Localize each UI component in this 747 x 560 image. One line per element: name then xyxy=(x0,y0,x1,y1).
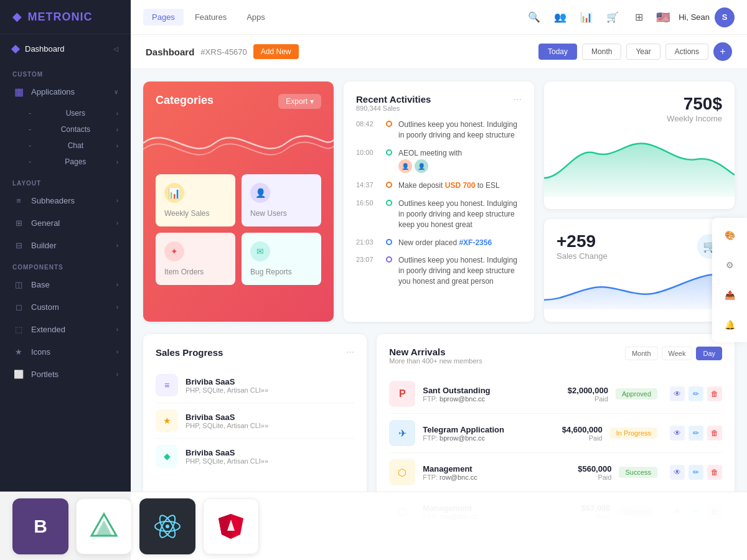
delete-button[interactable]: 🗑 xyxy=(707,426,722,441)
add-new-button[interactable]: Add New xyxy=(253,44,299,59)
sidebar-item-applications[interactable]: ▦ Applications ∨ xyxy=(0,80,131,103)
arrival-amount: $4,600,000 Paid xyxy=(547,425,603,442)
page-title: Dashboard xyxy=(146,47,194,57)
sidebar-item-contacts[interactable]: - Contacts › xyxy=(0,121,131,138)
year-button[interactable]: Year xyxy=(626,44,660,60)
arrow-right-icon: › xyxy=(116,159,118,166)
timeline-dot xyxy=(386,149,392,156)
search-icon[interactable]: 🔍 xyxy=(525,9,543,26)
sidebar-item-custom[interactable]: ◻ Custom › xyxy=(0,296,131,318)
notification-icon[interactable]: 🔔 xyxy=(720,315,740,335)
timeline-dot xyxy=(386,256,392,263)
custom-icon: ◻ xyxy=(12,301,25,313)
delete-button[interactable]: 🗑 xyxy=(707,386,722,401)
arrow-right-icon: › xyxy=(116,220,118,226)
sidebar-item-subheaders[interactable]: ≡ Subheaders › xyxy=(0,189,131,212)
flag-icon[interactable]: 🇺🇸 xyxy=(656,11,670,24)
sidebar-item-label: Pages xyxy=(65,157,86,166)
users-icon[interactable]: 👥 xyxy=(552,9,569,26)
sidebar-item-chat[interactable]: - Chat › xyxy=(0,138,131,154)
export-button[interactable]: Export ▾ xyxy=(278,94,321,109)
angular-icon[interactable] xyxy=(203,498,259,554)
sidebar-item-users[interactable]: - Users › xyxy=(0,105,131,121)
more-options-icon[interactable]: ··· xyxy=(346,347,354,358)
income-chart xyxy=(544,128,735,197)
sidebar-item-label: Base xyxy=(31,280,50,289)
react-icon[interactable] xyxy=(139,498,195,554)
arrivals-tab-day[interactable]: Day xyxy=(696,347,722,360)
nav-tab-apps[interactable]: Apps xyxy=(238,9,274,26)
logo-text: METRONIC xyxy=(27,11,92,23)
mini-card-label: New Users xyxy=(250,209,312,218)
view-button[interactable]: 👁 xyxy=(670,426,685,441)
arrival-amount: $2,000,000 Paid xyxy=(552,386,608,403)
activities-title: Recent Activities xyxy=(356,94,431,105)
edit-button[interactable]: ✏ xyxy=(688,426,703,441)
arrow-right-icon: › xyxy=(116,126,118,133)
logo-icon: ◆ xyxy=(12,11,22,23)
month-button[interactable]: Month xyxy=(582,44,621,60)
arrival-actions: 👁 ✏ 🗑 xyxy=(670,386,722,401)
sidebar-item-dashboard[interactable]: Dashboard ◁ xyxy=(0,34,131,63)
submenu-dash: - xyxy=(29,109,31,118)
arrivals-tabs: Month Week Day xyxy=(625,347,722,360)
sidebar-item-pages[interactable]: - Pages › xyxy=(0,154,131,170)
view-button[interactable]: 👁 xyxy=(670,465,685,480)
sidebar-item-icons[interactable]: ★ Icons › xyxy=(0,340,131,363)
nav-tab-features[interactable]: Features xyxy=(186,9,235,26)
timeline-dot xyxy=(386,239,392,245)
arrivals-tab-month[interactable]: Month xyxy=(625,347,658,360)
chevron-down-icon: ∨ xyxy=(114,88,118,95)
today-button[interactable]: Today xyxy=(538,44,577,60)
sidebar-logo: ◆ METRONIC xyxy=(0,0,131,34)
palette-icon[interactable]: 🎨 xyxy=(720,225,740,245)
mini-card-weekly-sales: 📊 Weekly Sales xyxy=(156,174,235,226)
mini-card-item-orders: ✦ Item Orders xyxy=(156,233,235,285)
sidebar-item-general[interactable]: ⊞ General › xyxy=(0,212,131,234)
arrivals-tab-week[interactable]: Week xyxy=(662,347,693,360)
arrival-actions: 👁 ✏ 🗑 xyxy=(670,426,722,441)
sidebar-item-base[interactable]: ◫ Base › xyxy=(0,273,131,296)
base-icon: ◫ xyxy=(12,278,25,291)
bug-icon: ✉ xyxy=(250,241,270,261)
status-badge: Approved xyxy=(616,388,657,399)
vue-icon[interactable] xyxy=(76,498,132,554)
sidebar-item-extended[interactable]: ⬚ Extended › xyxy=(0,318,131,340)
chart-icon[interactable]: 📊 xyxy=(578,9,595,26)
more-options-icon[interactable]: ··· xyxy=(514,94,522,105)
delete-button[interactable]: 🗑 xyxy=(707,465,722,480)
arrival-logo-telegram: ✈ xyxy=(389,420,415,446)
edit-button[interactable]: ✏ xyxy=(688,465,703,480)
sales-change-text: +259 Sales Change xyxy=(557,231,608,261)
activities-title-group: Recent Activities 890,344 Sales xyxy=(356,94,431,112)
nav-tab-pages[interactable]: Pages xyxy=(143,9,184,26)
send-icon[interactable]: 📤 xyxy=(720,285,740,305)
sidebar-item-portlets[interactable]: ⬜ Portlets › xyxy=(0,363,131,385)
sidebar-item-builder[interactable]: ⊟ Builder › xyxy=(0,234,131,256)
settings-icon[interactable]: ⚙ xyxy=(720,255,740,275)
actions-button[interactable]: Actions xyxy=(665,44,708,60)
view-button[interactable]: 👁 xyxy=(670,386,685,401)
user-add-icon: 👤 xyxy=(250,183,270,203)
extended-icon: ⬚ xyxy=(12,323,25,335)
sidebar-item-label: Dashboard xyxy=(25,44,65,54)
progress-icon: ★ xyxy=(156,409,178,432)
user-menu[interactable]: Hi, Sean S xyxy=(679,7,735,27)
bootstrap-icon[interactable]: B xyxy=(12,498,68,554)
edit-button[interactable]: ✏ xyxy=(688,386,703,401)
cart-icon[interactable]: 🛒 xyxy=(604,9,621,26)
right-column: 750$ Weekly Income xyxy=(544,82,735,322)
sidebar-item-label: Applications xyxy=(31,87,75,96)
add-icon-button[interactable]: + xyxy=(713,42,732,61)
arrival-row: ✈ Telegram Application FTP: bprow@bnc.cc… xyxy=(389,414,722,453)
progress-name: Briviba SaaS xyxy=(186,413,354,422)
arrival-logo-sant: P xyxy=(389,381,415,407)
arrivals-header: New Arrivals More than 400+ new members … xyxy=(389,347,722,365)
wave-chart xyxy=(143,118,334,168)
timeline-time: 23:07 xyxy=(356,255,380,263)
user-greeting: Hi, Sean xyxy=(679,12,710,22)
timeline-item: 21:03 New order placed #XF-2356 xyxy=(356,238,522,248)
ticket-id: #XRS-45670 xyxy=(200,47,247,57)
grid-icon[interactable]: ⊞ xyxy=(630,9,647,26)
progress-name: Briviba SaaS xyxy=(186,377,354,386)
